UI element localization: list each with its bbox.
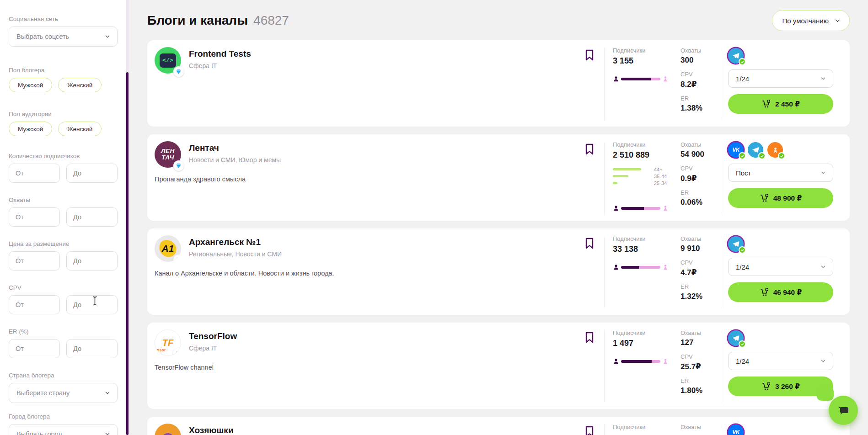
- telegram-icon: [728, 48, 744, 64]
- ad-format-select[interactable]: 1/24: [728, 69, 833, 88]
- female-icon: [662, 358, 669, 365]
- format-value: 1/24: [736, 75, 749, 83]
- chevron-down-icon: [104, 431, 111, 435]
- bookmark-icon[interactable]: [585, 426, 596, 435]
- ad-format-select[interactable]: 1/24: [728, 352, 833, 370]
- chat-button[interactable]: [829, 396, 858, 425]
- vk-icon: VK: [728, 424, 744, 435]
- filter-reach: Охваты: [9, 196, 118, 227]
- chevron-down-icon: [820, 264, 826, 270]
- er-to-input[interactable]: [66, 339, 118, 358]
- female-icon: [662, 205, 669, 212]
- code-icon: </>: [160, 53, 176, 68]
- select-placeholder: Выбрать соцсеть: [16, 33, 69, 40]
- add-to-cart-button[interactable]: 2 450 ₽: [728, 94, 833, 114]
- channel-title[interactable]: Frontend Tests: [189, 49, 251, 59]
- channel-avatar: </>: [155, 47, 181, 74]
- cpv-to-input[interactable]: [66, 295, 118, 314]
- blogger-gender-male-pill[interactable]: Мужской: [9, 78, 52, 92]
- stat-label: Подписчики: [613, 424, 680, 430]
- stat-label: Охваты: [680, 235, 716, 242]
- channel-title[interactable]: TensorFlow: [189, 331, 237, 341]
- add-to-cart-button[interactable]: 46 940 ₽: [728, 282, 833, 302]
- channel-title[interactable]: Архангельск №1: [189, 237, 282, 247]
- bookmark-icon[interactable]: [585, 143, 596, 214]
- channel-title[interactable]: Хозяюшки: [189, 425, 234, 435]
- stat-label: Охваты: [680, 47, 716, 54]
- sort-dropdown[interactable]: По умолчанию: [772, 10, 850, 31]
- blogger-gender-female-pill[interactable]: Женский: [58, 78, 102, 92]
- sidebar-scrollbar-thumb[interactable]: [126, 72, 129, 435]
- social-network-select[interactable]: Выбрать соцсеть: [9, 27, 118, 47]
- add-to-cart-button[interactable]: 48 900 ₽: [728, 188, 833, 208]
- ad-format-select[interactable]: Пост: [728, 164, 833, 182]
- stat-label: CPV: [680, 165, 716, 172]
- audience-gender-female-pill[interactable]: Женский: [58, 122, 102, 136]
- cpv-value: 8.2₽: [680, 80, 716, 89]
- format-value: 1/24: [736, 263, 749, 271]
- stat-label: ER: [680, 283, 716, 290]
- reach-from-input[interactable]: [9, 207, 60, 227]
- odnoklassniki-icon: [767, 142, 783, 158]
- verified-check-icon: [739, 246, 746, 254]
- price-to-input[interactable]: [66, 251, 118, 271]
- bookmark-icon[interactable]: [585, 49, 596, 120]
- channel-categories: Региональные, Новости и СМИ: [189, 250, 282, 258]
- subscribers-value: 1 497: [613, 339, 680, 348]
- subscribers-from-input[interactable]: [9, 164, 60, 183]
- ad-format-select[interactable]: 1/24: [728, 258, 833, 276]
- filter-label: Количество подписчиков: [9, 153, 118, 159]
- filter-blogger-gender: Пол блогера Мужской Женский: [9, 67, 118, 92]
- channel-card-list: </> Frontend Tests Сфера IT Подписчики: [147, 40, 850, 435]
- results-count: 46827: [253, 13, 289, 28]
- stat-label: ER: [680, 377, 716, 384]
- avatar-text: ЛЕН: [161, 148, 175, 154]
- audience-gender-male-pill[interactable]: Мужской: [9, 122, 52, 136]
- female-icon: [662, 264, 669, 271]
- chat-bubble-icon: [836, 403, 851, 418]
- er-value: 1.32%: [680, 292, 716, 301]
- cpv-value: 0.9₽: [680, 174, 716, 183]
- reach-to-input[interactable]: [66, 207, 118, 227]
- format-value: Пост: [736, 169, 751, 177]
- filter-er: ER (%): [9, 328, 118, 358]
- filter-label: Охваты: [9, 196, 118, 203]
- price-label: 2 450 ₽: [775, 100, 800, 108]
- filter-cpv: CPV: [9, 284, 118, 314]
- filter-label: CPV: [9, 284, 118, 291]
- stat-label: CPV: [680, 259, 716, 266]
- bookmark-icon[interactable]: [585, 332, 596, 403]
- channel-card-khozyayushki: Хозяюшки Подписчики Охваты VK: [147, 417, 850, 435]
- format-value: 1/24: [736, 357, 749, 365]
- cpv-value: 25.7₽: [680, 362, 716, 371]
- cart-plus-icon: [761, 99, 771, 109]
- city-select[interactable]: Выбрать город: [9, 424, 118, 435]
- filter-label: Пол блогера: [9, 67, 118, 74]
- channel-title[interactable]: Лентач: [189, 143, 281, 153]
- er-from-input[interactable]: [9, 339, 60, 358]
- channel-card-lentach: ЛЕН ТАЧ Лентач Новости и СМИ, Юмор и мем…: [147, 134, 850, 221]
- filter-label: ER (%): [9, 328, 118, 335]
- country-select[interactable]: Выберите страну: [9, 383, 118, 403]
- filter-country: Страна блогера Выберите страну: [9, 372, 118, 403]
- cpv-from-input[interactable]: [9, 295, 60, 314]
- channel-avatar: А1: [155, 235, 181, 262]
- chevron-down-icon: [104, 390, 111, 396]
- gender-distribution-bar: [613, 358, 669, 365]
- gender-distribution-bar: [613, 264, 669, 271]
- gender-distribution-bar: [613, 205, 669, 212]
- cart-plus-icon: [761, 382, 771, 391]
- verified-check-icon: [778, 152, 785, 159]
- channel-avatar: ЛЕН ТАЧ: [155, 141, 181, 168]
- filter-label: Цена за размещение: [9, 240, 118, 247]
- subscribers-to-input[interactable]: [66, 164, 118, 183]
- main-content: Блоги и каналы 46827 По умолчанию </> Fr…: [129, 0, 868, 435]
- subscribers-value: 33 138: [613, 244, 680, 254]
- gem-badge-icon: [173, 160, 184, 171]
- male-icon: [613, 205, 619, 212]
- verified-check-icon: [758, 152, 766, 159]
- filter-price: Цена за размещение: [9, 240, 118, 271]
- bookmark-icon[interactable]: [585, 238, 596, 308]
- price-from-input[interactable]: [9, 251, 60, 271]
- verified-check-icon: [739, 152, 746, 159]
